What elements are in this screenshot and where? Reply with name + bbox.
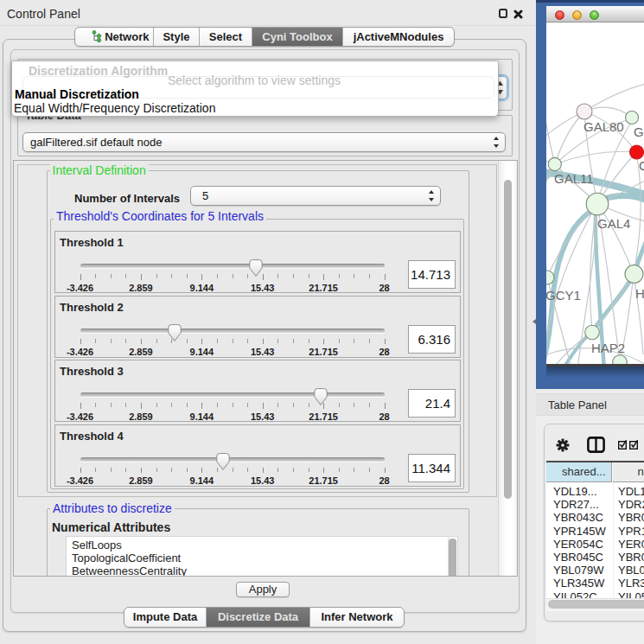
svg-text:C: C bbox=[639, 158, 644, 173]
svg-text:HAP2: HAP2 bbox=[591, 341, 625, 355]
svg-text:GAL80: GAL80 bbox=[583, 119, 624, 134]
svg-text:GCY1: GCY1 bbox=[546, 288, 581, 303]
svg-text:HA: HA bbox=[635, 286, 644, 301]
svg-text:G...: G... bbox=[634, 124, 644, 139]
svg-text:GAL4: GAL4 bbox=[597, 216, 630, 231]
svg-text:GAL11: GAL11 bbox=[554, 171, 594, 186]
